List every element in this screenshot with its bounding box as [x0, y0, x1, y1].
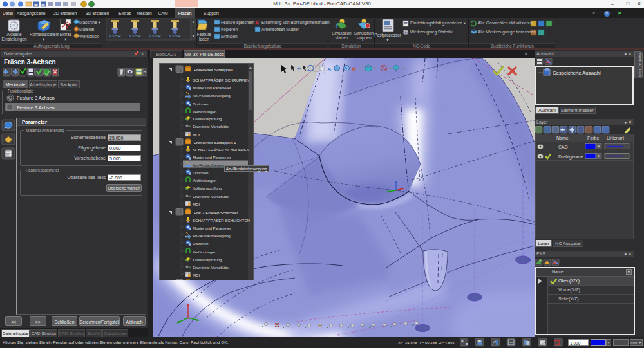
svg-text:Kollisionsprüfung: Kollisionsprüfung [193, 257, 222, 262]
svg-text:Feature 3 Achsen: Feature 3 Achsen [17, 95, 55, 101]
svg-text:An-/Auslaufbewegung: An-/Auslaufbewegung [193, 234, 231, 238]
svg-text:SCHAFTFRÄSER SCHRUPPEN: SCHAFTFRÄSER SCHRUPPEN [193, 78, 249, 82]
svg-text:SCHAFTFRÄSER SCHRUPPEN: SCHAFTFRÄSER SCHRUPPEN [193, 147, 249, 152]
svg-text:Optionen: Optionen [193, 170, 209, 175]
svg-text:Optionen: Optionen [193, 241, 209, 246]
svg-text:Erweiterte Vorschübe: Erweiterte Vorschübe [193, 194, 229, 199]
svg-text:Verbindungen: Verbindungen [193, 178, 217, 183]
svg-text:Muster und Parameter: Muster und Parameter [193, 155, 231, 160]
svg-text:SCHAFTFRÄSER SCHLICHTEN: SCHAFTFRÄSER SCHLICHTEN [193, 218, 250, 223]
svg-text:Muster und Parameter: Muster und Parameter [193, 226, 231, 230]
svg-text:Kollisionsprüfung: Kollisionsprüfung [193, 186, 222, 190]
svg-text:Erweitertes Schruppen: Erweitertes Schruppen [194, 68, 233, 72]
svg-text:Gespeicherte Auswahl: Gespeicherte Auswahl [553, 70, 601, 76]
svg-text:An-/Auslaufbewegung: An-/Auslaufbewegung [193, 93, 231, 98]
svg-text:MDI: MDI [193, 202, 200, 206]
svg-text:+: + [189, 194, 191, 198]
svg-text:Drahtgeome: Drahtgeome [558, 154, 583, 160]
svg-text:A: A [327, 66, 332, 73]
svg-text:+: + [189, 124, 191, 128]
svg-text:MDI: MDI [193, 133, 200, 137]
svg-text:Erweiterte Vorschübe: Erweiterte Vorschübe [193, 124, 229, 129]
svg-text:Erweitertes Schruppen 1: Erweitertes Schruppen 1 [194, 140, 236, 145]
svg-text:MDI: MDI [193, 273, 200, 277]
svg-text:Verbindungen: Verbindungen [193, 250, 217, 254]
svg-text:Kollisionsprüfung: Kollisionsprüfung [193, 116, 222, 121]
svg-text:Optionen: Optionen [193, 102, 209, 106]
svg-text:Feature 3 Achsen: Feature 3 Achsen [17, 105, 55, 111]
svg-text:Verbindungen: Verbindungen [193, 109, 217, 114]
svg-text:Muster und Parameter: Muster und Parameter [193, 86, 231, 90]
svg-text:Erw. Z Ebenen Schlichten: Erw. Z Ebenen Schlichten [194, 210, 238, 215]
svg-text:Erweiterte Vorschübe: Erweiterte Vorschübe [193, 265, 229, 270]
svg-text:9.525 R: 9.525 R [109, 34, 121, 38]
svg-text:+: + [189, 265, 191, 269]
svg-text:CAD: CAD [558, 145, 568, 149]
